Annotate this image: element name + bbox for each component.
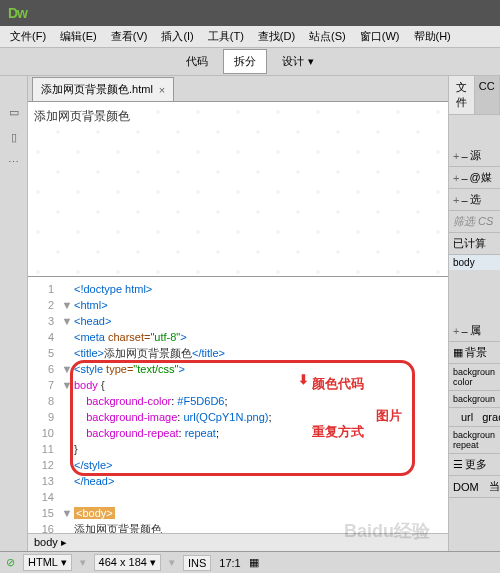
sources-section[interactable]: +–源 bbox=[449, 145, 500, 167]
code-editor[interactable]: ⬇ 颜色代码 图片 重复方式 1<!doctype html>2▼<html>3… bbox=[28, 277, 448, 533]
media-section[interactable]: +–@媒 bbox=[449, 167, 500, 189]
line-number: 6 bbox=[28, 361, 60, 377]
fold-icon[interactable] bbox=[60, 473, 74, 489]
menu-help[interactable]: 帮助(H) bbox=[408, 27, 457, 46]
menu-find[interactable]: 查找(D) bbox=[252, 27, 301, 46]
line-number: 7 bbox=[28, 377, 60, 393]
plus-icon[interactable]: + bbox=[453, 325, 459, 337]
close-icon[interactable]: × bbox=[159, 84, 165, 96]
computed-label: 已计算 bbox=[449, 233, 500, 255]
plus-icon[interactable]: + bbox=[453, 150, 459, 162]
fold-icon[interactable] bbox=[60, 457, 74, 473]
plus-icon[interactable]: + bbox=[453, 194, 459, 206]
code-line[interactable]: 14 bbox=[28, 489, 448, 505]
tab-files[interactable]: 文件 bbox=[449, 76, 475, 114]
menu-tool[interactable]: 工具(T) bbox=[202, 27, 250, 46]
fold-icon[interactable] bbox=[60, 521, 74, 533]
app-logo: Dw bbox=[8, 5, 27, 21]
preview-bg bbox=[28, 102, 448, 276]
fold-icon[interactable] bbox=[60, 489, 74, 505]
code-line[interactable]: 16添加网页背景颜色 bbox=[28, 521, 448, 533]
url-prop[interactable]: url grad bbox=[449, 408, 500, 427]
fold-icon[interactable] bbox=[60, 329, 74, 345]
bgrep-prop[interactable]: backgroun repeat bbox=[449, 427, 500, 454]
list-icon: ☰ bbox=[453, 458, 463, 471]
selectors-section[interactable]: +–选 bbox=[449, 189, 500, 211]
code-line[interactable]: 8 background-color: #F5D6D6; bbox=[28, 393, 448, 409]
code-line[interactable]: 15▼<body> bbox=[28, 505, 448, 521]
code-line[interactable]: 10 background-repeat: repeat; bbox=[28, 425, 448, 441]
line-number: 1 bbox=[28, 281, 60, 297]
fold-icon[interactable] bbox=[60, 345, 74, 361]
code-line[interactable]: 3▼<head> bbox=[28, 313, 448, 329]
status-ok-icon[interactable]: ⊘ bbox=[6, 556, 15, 569]
code-line[interactable]: 12</style> bbox=[28, 457, 448, 473]
line-number: 15 bbox=[28, 505, 60, 521]
preview-text: 添加网页背景颜色 bbox=[34, 108, 130, 125]
code-line[interactable]: 5<title>添加网页背景颜色</title> bbox=[28, 345, 448, 361]
status-bar: ⊘ HTML ▾ ▾ 464 x 184 ▾ ▾ INS 17:1 ▦ bbox=[0, 551, 500, 573]
dom-section[interactable]: DOM 当 bbox=[449, 476, 500, 498]
code-line[interactable]: 2▼<html> bbox=[28, 297, 448, 313]
line-number: 12 bbox=[28, 457, 60, 473]
more-section[interactable]: ☰更多 bbox=[449, 454, 500, 476]
panel-tabs: 文件 CC bbox=[449, 76, 500, 115]
menu-window[interactable]: 窗口(W) bbox=[354, 27, 406, 46]
menu-view[interactable]: 查看(V) bbox=[105, 27, 154, 46]
tool-icon-1[interactable]: ▭ bbox=[9, 106, 19, 119]
filter-hint: 筛选 CS bbox=[449, 211, 500, 233]
menu-edit[interactable]: 编辑(E) bbox=[54, 27, 103, 46]
code-line[interactable]: 1<!doctype html> bbox=[28, 281, 448, 297]
line-number: 13 bbox=[28, 473, 60, 489]
line-number: 9 bbox=[28, 409, 60, 425]
view-toolbar: 代码 拆分 设计 ▾ bbox=[0, 48, 500, 76]
bgimg-prop[interactable]: backgroun bbox=[449, 391, 500, 408]
menu-insert[interactable]: 插入(I) bbox=[155, 27, 199, 46]
right-panel: 文件 CC +–源 +–@媒 +–选 筛选 CS 已计算 body +–属 ▦背… bbox=[448, 76, 500, 551]
title-bar: Dw bbox=[0, 0, 500, 26]
breadcrumb-body[interactable]: body ▸ bbox=[34, 536, 67, 548]
code-line[interactable]: 4<meta charset="utf-8"> bbox=[28, 329, 448, 345]
live-preview: 添加网页背景颜色 bbox=[28, 102, 448, 277]
code-line[interactable]: 6▼<style type="text/css"> bbox=[28, 361, 448, 377]
line-number: 4 bbox=[28, 329, 60, 345]
tab-cc[interactable]: CC bbox=[475, 76, 501, 114]
view-design-button[interactable]: 设计 ▾ bbox=[271, 49, 324, 74]
line-number: 3 bbox=[28, 313, 60, 329]
fold-icon[interactable] bbox=[60, 393, 74, 409]
menu-file[interactable]: 文件(F) bbox=[4, 27, 52, 46]
view-split-button[interactable]: 拆分 bbox=[223, 49, 267, 74]
editor-area: 添加网页背景颜色.html × 添加网页背景颜色 ⬇ 颜色代码 图片 重复方式 … bbox=[28, 76, 448, 551]
code-line[interactable]: 11} bbox=[28, 441, 448, 457]
fold-icon[interactable] bbox=[60, 425, 74, 441]
fold-icon[interactable] bbox=[60, 441, 74, 457]
bg-section[interactable]: ▦背景 bbox=[449, 342, 500, 364]
code-line[interactable]: 9 background-image: url(QCpY1N.png); bbox=[28, 409, 448, 425]
line-number: 16 bbox=[28, 521, 60, 533]
plus-icon[interactable]: + bbox=[453, 172, 459, 184]
fold-icon[interactable]: ▼ bbox=[60, 313, 74, 329]
tool-icon-3[interactable]: ⋯ bbox=[8, 156, 19, 169]
status-ins[interactable]: INS bbox=[183, 555, 211, 571]
left-toolbar: ▭ ▯ ⋯ bbox=[0, 76, 28, 551]
document-tabs: 添加网页背景颜色.html × bbox=[28, 76, 448, 102]
document-tab[interactable]: 添加网页背景颜色.html × bbox=[32, 77, 174, 101]
status-lang[interactable]: HTML ▾ bbox=[23, 554, 72, 571]
fold-icon[interactable]: ▼ bbox=[60, 297, 74, 313]
fold-icon[interactable] bbox=[60, 281, 74, 297]
status-dim[interactable]: 464 x 184 ▾ bbox=[94, 554, 161, 571]
code-line[interactable]: 13</head> bbox=[28, 473, 448, 489]
tool-icon-2[interactable]: ▯ bbox=[11, 131, 17, 144]
fold-icon[interactable]: ▼ bbox=[60, 505, 74, 521]
properties-section[interactable]: +–属 bbox=[449, 320, 500, 342]
selector-body[interactable]: body bbox=[449, 255, 500, 270]
code-line[interactable]: 7▼body { bbox=[28, 377, 448, 393]
bgcolor-prop[interactable]: backgroun color bbox=[449, 364, 500, 391]
view-code-button[interactable]: 代码 bbox=[175, 49, 219, 74]
line-number: 11 bbox=[28, 441, 60, 457]
fold-icon[interactable]: ▼ bbox=[60, 361, 74, 377]
status-enc-icon[interactable]: ▦ bbox=[249, 556, 259, 569]
fold-icon[interactable]: ▼ bbox=[60, 377, 74, 393]
fold-icon[interactable] bbox=[60, 409, 74, 425]
menu-site[interactable]: 站点(S) bbox=[303, 27, 352, 46]
